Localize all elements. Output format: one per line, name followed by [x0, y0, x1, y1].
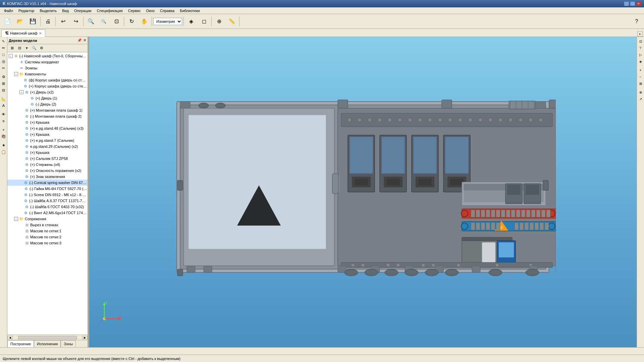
- tree-expand-button[interactable]: [18, 211, 22, 215]
- tree-expand-button[interactable]: [19, 132, 23, 136]
- tree-expand-button[interactable]: [19, 163, 23, 167]
- tree-expand-button[interactable]: [18, 193, 22, 197]
- sidebar-pin-button[interactable]: 📌: [77, 38, 82, 43]
- new-button[interactable]: 📄: [1, 15, 13, 27]
- tree-settings-button[interactable]: ⚙: [38, 45, 45, 51]
- tree-expand-all-button[interactable]: ⊞: [9, 45, 15, 51]
- tree-expand-button[interactable]: [18, 84, 22, 88]
- tree-item[interactable]: ✛Системы координат: [7, 59, 88, 65]
- tree-expand-button[interactable]: [19, 223, 23, 227]
- tree-expand-button[interactable]: [19, 114, 23, 118]
- print-button[interactable]: 🖨: [42, 15, 54, 27]
- view-front-button[interactable]: ⊡: [638, 38, 644, 44]
- tree-item[interactable]: −📁Компоненты: [7, 71, 88, 77]
- redo-button[interactable]: ↪: [70, 15, 82, 27]
- sidebar-close-button[interactable]: ✕: [83, 38, 86, 43]
- save-button[interactable]: 💾: [27, 15, 39, 27]
- wireframe-button[interactable]: ◻: [198, 15, 210, 27]
- view-top-button[interactable]: ⊤: [638, 45, 644, 51]
- assemble-btn[interactable]: ⚙: [1, 74, 7, 80]
- rotate-button[interactable]: ↻: [125, 15, 138, 27]
- tree-item[interactable]: ⚙(+) Сальник STJ ZP58: [7, 156, 88, 162]
- tree-item[interactable]: ⚙(+) Крышка: [7, 119, 88, 125]
- tree-expand-button[interactable]: −: [19, 90, 23, 94]
- pattern-btn[interactable]: ⊟: [1, 87, 7, 93]
- tree-expand-button[interactable]: [25, 96, 29, 100]
- tree-expand-button[interactable]: [19, 187, 23, 191]
- undo-button[interactable]: ↩: [57, 15, 69, 27]
- view-iso-button[interactable]: ◈: [638, 58, 644, 64]
- tree-expand-button[interactable]: [19, 205, 23, 209]
- tree-item[interactable]: ⚙(-) Шайба 6 ГОСТ 6402-70 (x32): [7, 204, 88, 210]
- tree-item[interactable]: ⚙(-) Conical spring washer DIN 6796 - 6: [7, 180, 88, 186]
- tree-area[interactable]: −⚙(-) Навесной шкаф (Тел-0, Сборочных ед…: [7, 52, 88, 335]
- tree-item[interactable]: ⚙(-) Дверь (2): [7, 101, 88, 107]
- tree-item[interactable]: ⚙e.pg.stand.29 (Сальник) (x2): [7, 143, 88, 149]
- tree-item[interactable]: ⚙(-) Монтажная плата (шкаф 2): [7, 113, 88, 119]
- tree-item[interactable]: ⊟Массив по сетке:1: [7, 228, 88, 234]
- tree-item[interactable]: ✏Эскизы: [7, 65, 88, 71]
- tree-item[interactable]: ⚙(+) e.pg.stand.7 (Сальник): [7, 137, 88, 143]
- tree-expand-button[interactable]: [19, 235, 23, 239]
- tree-expand-button[interactable]: [19, 150, 23, 155]
- view-combo[interactable]: Изометрия Спереди Сзади: [153, 18, 182, 25]
- open-button[interactable]: 📂: [14, 15, 26, 27]
- sketch-btn[interactable]: ✏: [1, 45, 7, 51]
- extrude-btn[interactable]: □: [1, 52, 7, 58]
- zoom-out-button[interactable]: 🔍: [98, 15, 110, 27]
- tree-expand-button[interactable]: −: [9, 54, 13, 58]
- menu-view[interactable]: Вид: [59, 7, 71, 14]
- pan-button[interactable]: ✋: [138, 15, 150, 27]
- tab-main[interactable]: 🏗 Навесной шкаф ✕: [1, 29, 45, 37]
- menu-select[interactable]: Выделить: [37, 7, 59, 14]
- tree-item[interactable]: ⚙(-) Screw DIN 6912 - M6 x12 - 8.8 (x48): [7, 192, 88, 198]
- tree-expand-button[interactable]: [19, 241, 23, 245]
- menu-libraries[interactable]: Библиотеки: [177, 7, 203, 14]
- view-right-button[interactable]: ▷: [638, 52, 644, 58]
- tree-expand-button[interactable]: [19, 108, 23, 112]
- scroll-left-button[interactable]: ◂: [7, 336, 13, 339]
- close-button[interactable]: ✕: [636, 1, 641, 6]
- explode-button[interactable]: ↗: [638, 96, 644, 102]
- menu-file[interactable]: Файл: [1, 7, 16, 14]
- view-fit-button[interactable]: ⊞: [638, 80, 644, 86]
- tree-item[interactable]: ⚙(-) Гайка М6-6Н ГОСТ 5927-70 (x50): [7, 186, 88, 192]
- tree-expand-button[interactable]: [18, 181, 22, 185]
- zoom-in-button[interactable]: 🔍: [85, 15, 97, 27]
- tree-item[interactable]: ⚙(+) Монтажная плата (шкаф 1): [7, 107, 88, 113]
- tree-expand-button[interactable]: [14, 60, 18, 64]
- tree-item[interactable]: ⚙(-) Шайба А.6.37 ГОСТ 11371-78 (x64): [7, 198, 88, 204]
- tree-expand-button[interactable]: [25, 102, 29, 106]
- zoom-fit-button[interactable]: ⊡: [110, 15, 122, 27]
- special-btn[interactable]: ★: [1, 142, 7, 148]
- tree-item[interactable]: ⚙(+) Корпус шкафа (дверь со стеклом...: [7, 83, 88, 89]
- display-btn[interactable]: 👁: [1, 111, 7, 117]
- tab-close-button[interactable]: ✕: [39, 32, 42, 35]
- tree-item[interactable]: ⚙(+) Стержень (x4): [7, 162, 88, 168]
- menu-spec[interactable]: Спецификация: [94, 7, 125, 14]
- tree-expand-button[interactable]: [19, 120, 23, 124]
- tree-item[interactable]: ⚙(+) Знак заземления: [7, 174, 88, 180]
- tree-item[interactable]: ⚙(+) Опасность поражения (x2): [7, 168, 88, 174]
- layer-btn[interactable]: ≡: [1, 118, 7, 124]
- tree-item[interactable]: ⚙(ф) Корпус шкафа (дверь со стеклом...: [7, 77, 88, 83]
- tree-expand-button[interactable]: −: [14, 217, 18, 221]
- tree-expand-button[interactable]: [14, 66, 18, 70]
- tree-item[interactable]: −⚙(-) Навесной шкаф (Тел-0, Сборочных ед…: [7, 53, 88, 59]
- scroll-right-button[interactable]: ▸: [82, 336, 88, 339]
- view-zoom-in-button[interactable]: +: [638, 67, 644, 73]
- tab-zones[interactable]: Зоны: [61, 340, 76, 347]
- measure-button[interactable]: 📏: [226, 15, 238, 27]
- scroll-track[interactable]: [18, 336, 77, 339]
- tree-item[interactable]: ⚙(-) Винт А2.М6-6gx14 ГОСТ 17473-80: [7, 210, 88, 216]
- view-zoom-out-button[interactable]: −: [638, 74, 644, 80]
- help-button[interactable]: ?: [631, 15, 643, 27]
- tree-expand-button[interactable]: [18, 78, 22, 82]
- tree-item[interactable]: ⚙(+) Дверь (1): [7, 95, 88, 101]
- section-button[interactable]: ⊕: [213, 15, 225, 27]
- tree-item[interactable]: ⚙(+) Крышка: [7, 131, 88, 137]
- tree-item[interactable]: ⊞Вырез в стенках: [7, 222, 88, 228]
- tree-expand-button[interactable]: [19, 144, 23, 148]
- style-button[interactable]: ◈: [185, 15, 197, 27]
- bom-btn[interactable]: 📋: [1, 149, 7, 155]
